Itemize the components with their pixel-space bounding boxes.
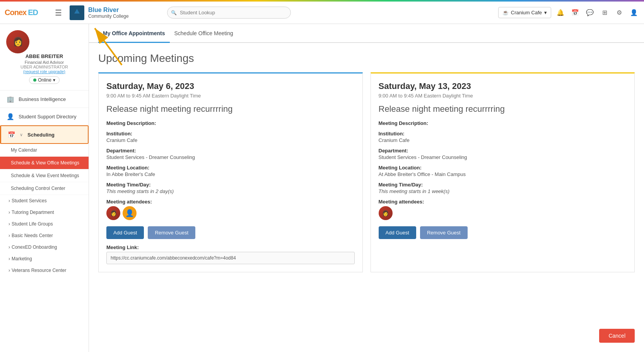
main-layout: 👩 ABBE BREITER Financial Aid Advisor UBE… <box>0 24 644 352</box>
cancel-button[interactable]: Cancel <box>599 329 635 343</box>
subsection-student-services[interactable]: › Student Services <box>0 195 89 207</box>
meeting-1-time: 9:00 AM to 9:45 AM Eastern Daylight Time <box>106 93 355 99</box>
settings-icon[interactable]: ⚙ <box>614 7 625 18</box>
main-content: My Office Appointments Schedule Office M… <box>89 24 644 352</box>
student-support-icon: 👤 <box>6 112 15 121</box>
status-chevron: ▾ <box>53 77 55 83</box>
status-label: Online <box>38 77 51 83</box>
meeting-1-department-field: Department: Student Services - Dreamer C… <box>106 148 355 160</box>
subnav-scheduling-control-center[interactable]: Scheduling Control Center <box>0 182 89 195</box>
subsection-marketing[interactable]: › Marketing <box>0 253 89 265</box>
subsection-basic-needs[interactable]: › Basic Needs Center <box>0 230 89 241</box>
subsection-veterans[interactable]: › Veterans Resource Center <box>0 265 89 276</box>
meeting-1-link-input[interactable] <box>106 252 355 264</box>
meeting-card-2: Saturday, May 13, 2023 9:00 AM to 9:45 A… <box>371 72 635 272</box>
remove-guest-button-2[interactable]: Remove Guest <box>420 226 468 239</box>
notifications-icon[interactable]: 🔔 <box>555 7 566 18</box>
cranium-chevron-icon: ▾ <box>544 10 547 15</box>
meeting-1-btn-row: Add Guest Remove Guest <box>106 226 355 239</box>
meetings-row: Saturday, May 6, 2023 9:00 AM to 9:45 AM… <box>98 72 635 272</box>
sidebar-item-label-support: Student Support Directory <box>19 114 77 120</box>
meeting-1-title: Release night meeting recurrrring <box>106 104 355 114</box>
cranium-cafe-button[interactable]: ☕ Cranium Cafe ▾ <box>498 7 551 18</box>
meeting-1-link-label: Meeting Link: <box>106 244 355 250</box>
meeting-1-location-field: Meeting Location: In Abbe Breiter's Cafe <box>106 165 355 177</box>
tabs-bar: My Office Appointments Schedule Office M… <box>89 24 644 43</box>
avatar: 👩 <box>6 30 29 53</box>
meeting-1-department-value: Student Services - Dreamer Counseling <box>106 154 355 160</box>
meeting-2-department-label: Department: <box>379 148 627 154</box>
meeting-2-time: 9:00 AM to 9:45 AM Eastern Daylight Time <box>379 93 627 99</box>
tab-my-office-appointments[interactable]: My Office Appointments <box>98 24 170 43</box>
subnav-schedule-view-office[interactable]: Schedule & View Office Meetings <box>0 157 89 169</box>
sidebar-item-label-bi: Business Intelligence <box>19 96 66 102</box>
chat-icon[interactable]: 💬 <box>584 7 595 18</box>
college-branding: Blue River Community College <box>70 5 155 20</box>
subsection-conexed-onboarding[interactable]: › ConexED Onboarding <box>0 241 89 253</box>
meeting-1-description-field: Meeting Description: <box>106 120 355 126</box>
grid-icon[interactable]: ⊞ <box>599 7 610 18</box>
business-intelligence-icon: 🏢 <box>6 95 15 103</box>
meeting-1-timday-value: This meeting starts in 2 day(s) <box>106 188 355 194</box>
meeting-1-link-section: Meeting Link: <box>106 244 355 264</box>
sidebar-item-label-scheduling: Scheduling <box>27 132 55 138</box>
meeting-2-location-label: Meeting Location: <box>379 165 627 171</box>
meeting-2-title: Release night meeting recurrrring <box>379 104 627 114</box>
add-guest-button-1[interactable]: Add Guest <box>106 226 144 239</box>
meeting-2-attendees-label: Meeting attendees: <box>379 199 627 205</box>
college-logo-icon <box>70 5 84 20</box>
meeting-1-location-label: Meeting Location: <box>106 165 355 171</box>
request-role-link[interactable]: (request role upgrade) <box>6 69 82 74</box>
search-input[interactable] <box>167 7 291 19</box>
topbar: ConexED ☰ Blue River Community College ☕… <box>0 2 644 24</box>
status-dot <box>33 79 36 82</box>
meeting-2-btn-row: Add Guest Remove Guest <box>379 226 627 239</box>
remove-guest-button-1[interactable]: Remove Guest <box>148 226 195 239</box>
meeting-2-institution-value: Cranium Cafe <box>379 137 627 143</box>
meeting-1-attendees-label: Meeting attendees: <box>106 199 355 205</box>
meeting-1-date: Saturday, May 6, 2023 <box>106 81 355 91</box>
status-badge[interactable]: Online ▾ <box>29 76 60 84</box>
meeting-2-location-value: At Abbe Breiter's Office - Main Campus <box>379 171 627 177</box>
meeting-1-institution-field: Institution: Cranium Cafe <box>106 131 355 143</box>
meeting-2-timday-label: Meeting Time/Day: <box>379 182 627 188</box>
meeting-1-attendees-field: Meeting attendees: 👩 👤 <box>106 199 355 220</box>
meeting-2-timday-value: This meeting starts in 1 week(s) <box>379 188 627 194</box>
subnav-my-calendar[interactable]: My Calendar <box>0 144 89 157</box>
subsection-student-life[interactable]: › Student Life Groups <box>0 218 89 230</box>
meeting-2-location-field: Meeting Location: At Abbe Breiter's Offi… <box>379 165 627 177</box>
meeting-1-attendees-row: 👩 👤 <box>106 206 355 220</box>
meeting-1-location-value: In Abbe Breiter's Cafe <box>106 171 355 177</box>
page-title: Upcoming Meetings <box>98 52 635 65</box>
attendee-avatar-guest: 👤 <box>123 206 137 220</box>
profile-admin: UBER ADMINISTRATOR <box>6 65 82 69</box>
user-icon[interactable]: 👤 <box>629 7 639 18</box>
profile-role: Financial Aid Advisor <box>6 60 82 65</box>
student-search-wrap <box>167 7 291 19</box>
add-guest-button-2[interactable]: Add Guest <box>379 226 416 239</box>
subsection-tutoring-dept[interactable]: › Tutoring Department <box>0 207 89 218</box>
calendar-icon[interactable]: 📅 <box>570 7 581 18</box>
hamburger-menu[interactable]: ☰ <box>52 7 65 19</box>
meeting-1-description-label: Meeting Description: <box>106 120 355 126</box>
meeting-2-description-field: Meeting Description: <box>379 120 627 126</box>
attendee-avatar-1: 👩 <box>106 206 120 220</box>
meeting-1-timday-field: Meeting Time/Day: This meeting starts in… <box>106 182 355 194</box>
cranium-icon: ☕ <box>502 10 509 15</box>
topbar-right-actions: ☕ Cranium Cafe ▾ 🔔 📅 💬 ⊞ ⚙ 👤 <box>498 7 639 18</box>
sidebar-item-student-support[interactable]: 👤 Student Support Directory <box>0 108 89 125</box>
meeting-2-attendees-field: Meeting attendees: 👩 <box>379 199 627 220</box>
sidebar-profile: 👩 ABBE BREITER Financial Aid Advisor UBE… <box>0 24 89 91</box>
meeting-1-institution-value: Cranium Cafe <box>106 137 355 143</box>
scheduling-icon: 📅 <box>7 130 16 139</box>
sidebar-item-scheduling[interactable]: 📅 ∨ Scheduling <box>0 125 89 144</box>
meeting-1-timday-label: Meeting Time/Day: <box>106 182 355 188</box>
profile-name: ABBE BREITER <box>6 53 82 59</box>
meeting-2-description-label: Meeting Description: <box>379 120 627 126</box>
attendee-avatar-2: 👩 <box>379 206 393 220</box>
meeting-2-date: Saturday, May 13, 2023 <box>379 81 627 91</box>
meeting-2-institution-label: Institution: <box>379 131 627 137</box>
sidebar-item-business-intelligence[interactable]: 🏢 Business Intelligence <box>0 91 89 108</box>
subnav-schedule-view-event[interactable]: Schedule & View Event Meetings <box>0 169 89 182</box>
tab-schedule-office-meeting[interactable]: Schedule Office Meeting <box>170 24 238 43</box>
